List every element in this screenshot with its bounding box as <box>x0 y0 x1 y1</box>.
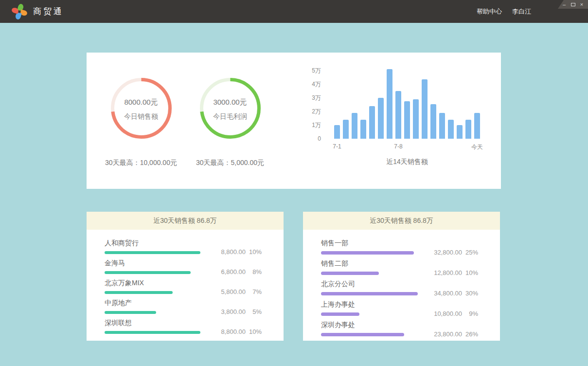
daily-sales-chart-title: 近14天销售额 <box>334 158 480 166</box>
item-value: 23,800.00 <box>428 330 462 338</box>
daily-bar-11 <box>422 79 428 139</box>
minimize-icon[interactable]: – <box>561 0 567 9</box>
daily-sales-ylabels: 01万2万3万4万5万 <box>278 71 321 139</box>
maximize-icon[interactable] <box>570 3 576 6</box>
y-tick-label: 2万 <box>312 108 321 115</box>
item-percent: 10% <box>246 328 262 335</box>
y-tick-label: 0 <box>318 135 321 143</box>
profit-30d-max: 30天最高：5,000.00元 <box>196 159 264 167</box>
daily-bar-4 <box>360 120 366 139</box>
list-item: 中原地产3,800.005% <box>105 299 262 314</box>
y-tick-label: 4万 <box>312 80 321 88</box>
item-percent: 8% <box>246 268 262 275</box>
username-link[interactable]: 李白江 <box>512 7 531 16</box>
item-label: 销售二部 <box>321 259 428 268</box>
pinwheel-logo-icon <box>12 4 27 19</box>
item-percent: 7% <box>246 288 262 295</box>
item-label: 销售一部 <box>321 239 428 248</box>
sales-30d-max: 30天最高：10,000.00元 <box>105 159 177 167</box>
item-percent: 9% <box>462 310 478 317</box>
item-bar <box>321 333 404 336</box>
item-bar <box>321 292 418 295</box>
daily-bar-16 <box>465 120 471 139</box>
x-tick-label: 7-1 <box>333 143 341 150</box>
daily-sales-chart: 01万2万3万4万5万 7-17-8今天 近14天销售额 <box>278 71 501 166</box>
item-bar <box>105 311 156 314</box>
item-bar <box>105 251 200 254</box>
item-bar <box>105 331 200 334</box>
y-tick-label: 5万 <box>312 67 321 74</box>
item-percent: 30% <box>462 290 478 297</box>
dashboard: 8000.00元 今日销售额 30天最高：10,000.00元 3000.00元… <box>0 23 588 366</box>
daily-bar-12 <box>430 104 436 139</box>
daily-bar-15 <box>457 125 463 139</box>
item-value: 5,800.00 <box>212 288 246 295</box>
daily-bar-8 <box>395 91 401 139</box>
list-item: 北京万象MIX5,800.007% <box>105 279 262 294</box>
item-percent: 26% <box>462 330 478 338</box>
item-value: 6,800.00 <box>212 268 246 275</box>
item-label: 人和商贸行 <box>105 239 212 248</box>
daily-bar-1 <box>334 125 340 139</box>
today-sales-donut-chart: 8000.00元 今日销售额 <box>111 78 172 139</box>
x-tick-label: 7-8 <box>394 143 402 150</box>
daily-sales-bars <box>334 71 480 139</box>
item-value: 34,800.00 <box>428 290 462 297</box>
list-item: 上海办事处10,800.009% <box>321 300 478 316</box>
customer-sales-card: 近30天销售额 86.8万 人和商贸行8,800.0010%金海马6,800.0… <box>87 212 284 341</box>
customer-list: 人和商贸行8,800.0010%金海马6,800.008%北京万象MIX5,80… <box>87 230 284 334</box>
item-bar <box>321 272 379 275</box>
today-profit-value: 3000.00元 <box>213 98 247 107</box>
item-value: 8,800.00 <box>212 328 246 335</box>
item-percent: 25% <box>462 249 478 256</box>
today-sales-label: 今日销售额 <box>124 112 158 121</box>
department-sales-card: 近30天销售额 86.8万 销售一部32,800.0025%销售二部12,800… <box>303 212 500 341</box>
list-item: 北京分公司34,800.0030% <box>321 280 478 295</box>
list-item: 深圳办事处23,800.0026% <box>321 321 478 336</box>
window-controls: – × <box>558 0 588 9</box>
daily-bar-6 <box>378 98 384 139</box>
item-percent: 5% <box>246 308 262 315</box>
daily-bar-17 <box>474 113 480 139</box>
help-center-link[interactable]: 帮助中心 <box>477 7 502 16</box>
department-list: 销售一部32,800.0025%销售二部12,800.0010%北京分公司34,… <box>303 230 500 336</box>
item-bar <box>105 271 191 274</box>
item-bar <box>321 251 414 255</box>
item-label: 北京分公司 <box>321 280 428 289</box>
today-profit-label: 今日毛利润 <box>213 112 247 121</box>
item-bar <box>321 312 359 316</box>
daily-bar-5 <box>369 106 375 139</box>
item-bar <box>105 291 173 294</box>
item-value: 8,800.00 <box>212 248 246 256</box>
list-item: 人和商贸行8,800.0010% <box>105 239 262 254</box>
item-percent: 10% <box>246 248 262 256</box>
item-percent: 10% <box>462 269 478 276</box>
daily-bar-2 <box>343 120 349 139</box>
y-tick-label: 1万 <box>312 121 321 129</box>
daily-bar-9 <box>404 101 410 139</box>
list-item: 金海马6,800.008% <box>105 259 262 274</box>
item-label: 北京万象MIX <box>105 279 212 288</box>
department-card-title: 近30天销售额 86.8万 <box>303 212 500 230</box>
today-profit-donut-chart: 3000.00元 今日毛利润 <box>200 78 261 139</box>
today-profit-gauge: 3000.00元 今日毛利润 30天最高：5,000.00元 <box>182 78 278 167</box>
y-tick-label: 3万 <box>312 94 321 102</box>
today-sales-value: 8000.00元 <box>124 98 158 107</box>
close-icon[interactable]: × <box>579 0 585 9</box>
app-title: 商贸通 <box>33 6 64 17</box>
daily-bar-3 <box>352 113 357 139</box>
daily-bar-14 <box>448 120 454 139</box>
item-label: 深圳联想 <box>105 319 212 328</box>
list-item: 销售一部32,800.0025% <box>321 239 478 255</box>
today-sales-gauge: 8000.00元 今日销售额 30天最高：10,000.00元 <box>100 78 182 167</box>
customer-card-title: 近30天销售额 86.8万 <box>87 212 284 230</box>
titlebar: 商贸通 帮助中心 李白江 – × <box>0 0 588 23</box>
item-value: 32,800.00 <box>428 249 462 256</box>
x-tick-label: 今天 <box>471 143 483 151</box>
daily-sales-xlabels: 7-17-8今天 <box>334 143 480 151</box>
list-item: 销售二部12,800.0010% <box>321 259 478 275</box>
daily-bar-7 <box>387 69 392 139</box>
item-label: 上海办事处 <box>321 300 428 309</box>
today-summary-card: 8000.00元 今日销售额 30天最高：10,000.00元 3000.00元… <box>87 53 501 189</box>
item-value: 12,800.00 <box>428 269 462 276</box>
